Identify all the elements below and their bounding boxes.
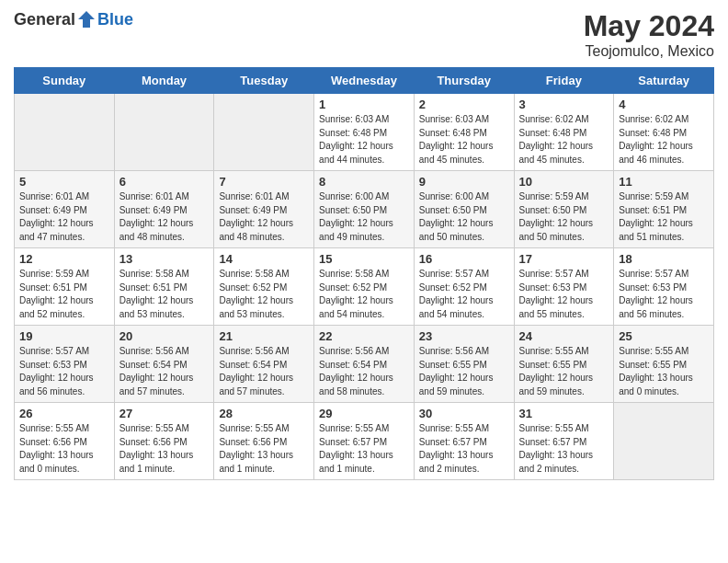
day-number: 14 [219, 252, 309, 266]
weekday-header-tuesday: Tuesday [214, 68, 314, 94]
day-number: 26 [19, 407, 109, 420]
day-number: 8 [319, 175, 409, 189]
day-info: Sunrise: 5:59 AMSunset: 6:50 PMDaylight:… [519, 190, 609, 244]
svg-marker-0 [78, 11, 95, 28]
day-number: 28 [219, 407, 309, 420]
calendar-cell: 11Sunrise: 5:59 AMSunset: 6:51 PMDayligh… [614, 171, 714, 248]
day-info: Sunrise: 5:58 AMSunset: 6:51 PMDaylight:… [119, 268, 210, 321]
day-info: Sunrise: 6:03 AMSunset: 6:48 PMDaylight:… [319, 113, 409, 167]
day-info: Sunrise: 5:59 AMSunset: 6:51 PMDaylight:… [19, 268, 109, 321]
day-info: Sunrise: 5:56 AMSunset: 6:55 PMDaylight:… [419, 345, 509, 398]
day-number: 24 [519, 329, 609, 343]
day-number: 27 [119, 407, 210, 420]
calendar-cell: 17Sunrise: 5:57 AMSunset: 6:53 PMDayligh… [514, 248, 614, 326]
weekday-header-monday: Monday [114, 68, 214, 94]
calendar-cell: 19Sunrise: 5:57 AMSunset: 6:53 PMDayligh… [15, 326, 115, 403]
day-number: 25 [619, 329, 709, 343]
day-info: Sunrise: 5:57 AMSunset: 6:52 PMDaylight:… [419, 268, 509, 321]
calendar-cell: 23Sunrise: 5:56 AMSunset: 6:55 PMDayligh… [414, 326, 514, 403]
day-info: Sunrise: 5:57 AMSunset: 6:53 PMDaylight:… [619, 268, 709, 321]
day-info: Sunrise: 5:55 AMSunset: 6:56 PMDaylight:… [119, 422, 210, 476]
calendar-cell: 30Sunrise: 5:55 AMSunset: 6:57 PMDayligh… [414, 403, 514, 480]
day-info: Sunrise: 5:55 AMSunset: 6:56 PMDaylight:… [219, 422, 309, 476]
calendar-cell: 16Sunrise: 5:57 AMSunset: 6:52 PMDayligh… [414, 248, 514, 326]
calendar-cell: 12Sunrise: 5:59 AMSunset: 6:51 PMDayligh… [15, 248, 115, 326]
calendar-cell: 21Sunrise: 5:56 AMSunset: 6:54 PMDayligh… [214, 326, 314, 403]
day-number: 7 [219, 175, 309, 189]
calendar-cell: 27Sunrise: 5:55 AMSunset: 6:56 PMDayligh… [114, 403, 214, 480]
day-number: 2 [419, 98, 509, 111]
logo: General Blue [14, 9, 133, 29]
calendar-container: General Blue May 2024 Teojomulco, Mexico… [0, 0, 728, 489]
calendar-cell: 14Sunrise: 5:58 AMSunset: 6:52 PMDayligh… [214, 248, 314, 326]
day-number: 3 [519, 98, 609, 111]
calendar-cell: 24Sunrise: 5:55 AMSunset: 6:55 PMDayligh… [514, 326, 614, 403]
day-number: 5 [19, 175, 109, 189]
calendar-cell: 25Sunrise: 5:55 AMSunset: 6:55 PMDayligh… [614, 326, 714, 403]
logo-icon [76, 9, 97, 29]
calendar-cell [214, 94, 314, 171]
day-number: 11 [619, 175, 709, 189]
day-info: Sunrise: 5:55 AMSunset: 6:55 PMDaylight:… [619, 345, 709, 398]
day-number: 6 [119, 175, 210, 189]
calendar-cell: 10Sunrise: 5:59 AMSunset: 6:50 PMDayligh… [514, 171, 614, 248]
weekday-header-wednesday: Wednesday [314, 68, 415, 94]
calendar-week-row: 1Sunrise: 6:03 AMSunset: 6:48 PMDaylight… [15, 94, 714, 171]
calendar-cell: 29Sunrise: 5:55 AMSunset: 6:57 PMDayligh… [314, 403, 415, 480]
day-info: Sunrise: 5:55 AMSunset: 6:57 PMDaylight:… [419, 422, 509, 476]
calendar-cell: 28Sunrise: 5:55 AMSunset: 6:56 PMDayligh… [214, 403, 314, 480]
day-number: 21 [219, 329, 309, 343]
day-info: Sunrise: 6:00 AMSunset: 6:50 PMDaylight:… [319, 190, 409, 244]
calendar-week-row: 12Sunrise: 5:59 AMSunset: 6:51 PMDayligh… [15, 248, 714, 326]
day-number: 22 [319, 329, 409, 343]
day-info: Sunrise: 5:56 AMSunset: 6:54 PMDaylight:… [219, 345, 309, 398]
calendar-cell: 18Sunrise: 5:57 AMSunset: 6:53 PMDayligh… [614, 248, 714, 326]
calendar-week-row: 26Sunrise: 5:55 AMSunset: 6:56 PMDayligh… [15, 403, 714, 480]
calendar-cell: 13Sunrise: 5:58 AMSunset: 6:51 PMDayligh… [114, 248, 214, 326]
header: General Blue May 2024 Teojomulco, Mexico [14, 9, 714, 60]
calendar-cell: 15Sunrise: 5:58 AMSunset: 6:52 PMDayligh… [314, 248, 415, 326]
day-info: Sunrise: 6:01 AMSunset: 6:49 PMDaylight:… [119, 190, 210, 244]
day-info: Sunrise: 6:03 AMSunset: 6:48 PMDaylight:… [419, 113, 509, 167]
calendar-cell: 3Sunrise: 6:02 AMSunset: 6:48 PMDaylight… [514, 94, 614, 171]
calendar-cell: 31Sunrise: 5:55 AMSunset: 6:57 PMDayligh… [514, 403, 614, 480]
day-number: 4 [619, 98, 709, 111]
day-info: Sunrise: 5:55 AMSunset: 6:57 PMDaylight:… [319, 422, 409, 476]
day-number: 9 [419, 175, 509, 189]
day-info: Sunrise: 6:00 AMSunset: 6:50 PMDaylight:… [419, 190, 509, 244]
calendar-cell: 7Sunrise: 6:01 AMSunset: 6:49 PMDaylight… [214, 171, 314, 248]
day-number: 12 [19, 252, 109, 266]
day-number: 30 [419, 407, 509, 420]
weekday-header-saturday: Saturday [614, 68, 714, 94]
day-number: 23 [419, 329, 509, 343]
location-title: Teojomulco, Mexico [584, 43, 714, 60]
calendar-week-row: 19Sunrise: 5:57 AMSunset: 6:53 PMDayligh… [15, 326, 714, 403]
weekday-header-friday: Friday [514, 68, 614, 94]
calendar-week-row: 5Sunrise: 6:01 AMSunset: 6:49 PMDaylight… [15, 171, 714, 248]
weekday-header-sunday: Sunday [15, 68, 115, 94]
day-info: Sunrise: 5:56 AMSunset: 6:54 PMDaylight:… [319, 345, 409, 398]
day-info: Sunrise: 5:57 AMSunset: 6:53 PMDaylight:… [519, 268, 609, 321]
day-info: Sunrise: 5:55 AMSunset: 6:57 PMDaylight:… [519, 422, 609, 476]
day-number: 17 [519, 252, 609, 266]
weekday-header-thursday: Thursday [414, 68, 514, 94]
day-info: Sunrise: 6:01 AMSunset: 6:49 PMDaylight:… [219, 190, 309, 244]
calendar-cell: 6Sunrise: 6:01 AMSunset: 6:49 PMDaylight… [114, 171, 214, 248]
calendar-cell [614, 403, 714, 480]
month-title: May 2024 [584, 9, 714, 43]
calendar-cell: 22Sunrise: 5:56 AMSunset: 6:54 PMDayligh… [314, 326, 415, 403]
title-block: May 2024 Teojomulco, Mexico [584, 9, 714, 60]
day-info: Sunrise: 5:57 AMSunset: 6:53 PMDaylight:… [19, 345, 109, 398]
day-number: 10 [519, 175, 609, 189]
calendar-cell: 9Sunrise: 6:00 AMSunset: 6:50 PMDaylight… [414, 171, 514, 248]
calendar-cell: 4Sunrise: 6:02 AMSunset: 6:48 PMDaylight… [614, 94, 714, 171]
logo-blue-text: Blue [97, 10, 133, 29]
day-info: Sunrise: 5:58 AMSunset: 6:52 PMDaylight:… [319, 268, 409, 321]
day-number: 29 [319, 407, 409, 420]
day-info: Sunrise: 5:56 AMSunset: 6:54 PMDaylight:… [119, 345, 210, 398]
day-number: 31 [519, 407, 609, 420]
calendar-cell: 26Sunrise: 5:55 AMSunset: 6:56 PMDayligh… [15, 403, 115, 480]
calendar-cell [15, 94, 115, 171]
calendar-cell: 5Sunrise: 6:01 AMSunset: 6:49 PMDaylight… [15, 171, 115, 248]
day-number: 13 [119, 252, 210, 266]
